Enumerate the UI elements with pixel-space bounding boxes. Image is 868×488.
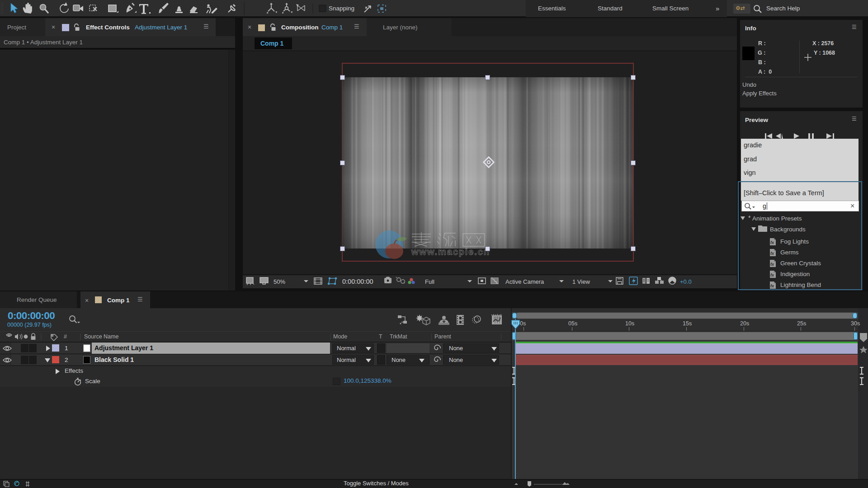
svg-text:www.macpie.cn: www.macpie.cn bbox=[411, 247, 489, 257]
